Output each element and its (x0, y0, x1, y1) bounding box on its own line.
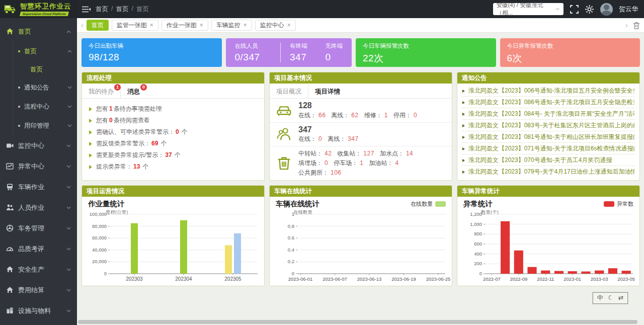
card-value: 6次 (507, 52, 633, 65)
cost-settlement-icon (6, 286, 14, 294)
breadcrumb-item[interactable]: 首页 (116, 5, 128, 14)
fullscreen-icon[interactable] (570, 5, 579, 14)
sidebar-item-1[interactable]: 监控中心 (0, 135, 77, 156)
notice-item-text: 淮北同盈文【2023】006号通知-淮北项目五月安全例会暨安全生产月启动会… (468, 87, 634, 95)
tabs-scroll-left-icon[interactable]: ‹ (81, 22, 84, 29)
sidebar-item-3[interactable]: 车辆作业 (0, 177, 77, 197)
process-item[interactable]: 需确认、可申述类异常警示：0 个 (89, 126, 257, 138)
badge: 0 (140, 84, 147, 91)
process-tab-1[interactable]: 消息0 (121, 85, 146, 98)
gear-icon[interactable] (585, 5, 594, 14)
tabs-scroll-right-icon[interactable]: › (625, 22, 628, 29)
svg-text:202304: 202304 (175, 276, 192, 282)
process-item[interactable]: 提示类异常：13 个 (89, 161, 257, 173)
tab-4[interactable]: 监控中心× (255, 20, 296, 31)
chevron-down-icon (66, 268, 71, 271)
tab-1[interactable]: 监管一张图× (112, 20, 158, 31)
process-item[interactable]: 您有0条待阅需查看 (89, 115, 257, 126)
notice-item[interactable]: 淮北同盈文【2023】006号通知-淮北项目五月安全例会暨安全生产月启动会… (462, 85, 634, 97)
process-item[interactable]: 需更新类异常提示/警示：37 个 (89, 149, 257, 161)
brand-subtitle: Supervision Cloud Platform (20, 12, 69, 16)
project-row-value: 128 (298, 101, 423, 110)
card-label: 在线人员 (235, 42, 272, 50)
scrollbar-thumb[interactable] (78, 320, 637, 324)
ime-button-2[interactable]: ⇄ (618, 294, 623, 302)
sidebar-leaf-item[interactable]: 首页 (13, 61, 77, 78)
triangle-bullet-icon (462, 147, 465, 150)
sidebar-item-0[interactable]: 首页 (0, 21, 77, 42)
notice-item[interactable]: 淮北同盈文【2023】084号- 关于淮北项目开展“安全生产月”活动的通知 (462, 108, 634, 120)
notice-item[interactable]: 淮北同盈文【2023】079号-关于4月17日油价上涨通知后加油情况通报 (462, 166, 634, 177)
notice-item[interactable]: 淮北同盈文【2023】086号通知-关于淮北项目五月安全隐患检查情况通告 (462, 97, 634, 108)
notice-item-text: 淮北同盈文【2023】083号-关于杜集区东片区主管酒后上岗的处罚通告 (468, 121, 634, 130)
notice-item[interactable]: 淮北同盈文【2023】070号通知-关于员工4月奖罚通报 (462, 154, 634, 166)
process-item[interactable]: 您有1条待办事项需处理 (89, 103, 257, 115)
svg-text:2023-06-25: 2023-06-25 (426, 276, 451, 282)
breadcrumb-item[interactable]: 首页 (96, 5, 108, 14)
tab-close-icon[interactable]: × (150, 22, 153, 29)
tab-0[interactable]: 首页 (87, 20, 109, 31)
legend-label: 异常数 (617, 200, 633, 208)
notice-item[interactable]: 淮北同盈文【2023】071号通知-关于淮北项目6s检查情况通报(2)(2) (462, 143, 634, 154)
notice-item[interactable]: 淮北同盈文【2023】083号-关于杜集区东片区主管酒后上岗的处罚通告 (462, 120, 634, 131)
vehicle-abnormal-chart-header: 异常统计 异常数 (457, 197, 639, 209)
sidebar-item-8[interactable]: 费用结算 (0, 280, 77, 300)
operation-chart-title: 作业量统计 (88, 199, 125, 209)
close-all-tabs-trash-icon[interactable] (633, 22, 640, 29)
triangle-bullet-icon (89, 107, 92, 111)
sidebar-item-4[interactable]: 人员作业 (0, 197, 77, 218)
sidebar-item-9[interactable]: 设施与物料 (0, 300, 77, 321)
sidebar-item-6[interactable]: 品质考评 (0, 238, 77, 259)
tab-3[interactable]: 车辆监控× (211, 20, 252, 31)
operation-chart-panel-title: 项目运营情况 (82, 186, 264, 197)
ime-button-0[interactable]: 中 (597, 294, 604, 302)
chevron-down-icon (66, 165, 71, 168)
sidebar-subitem-0[interactable]: 首页 (13, 42, 77, 61)
user-avatar[interactable] (600, 3, 613, 16)
workload-bar-chart: 里程(公里)020,00040,00060,00080,000100,00020… (82, 209, 264, 286)
sidebar-subitem-2[interactable]: 流程中心 (13, 97, 77, 116)
triangle-bullet-icon (89, 119, 92, 123)
chevron-up-icon (67, 50, 72, 53)
sidebar-subitem-3[interactable]: 用印管理 (13, 116, 77, 135)
sidebar-item-7[interactable]: 安全生产 (0, 259, 77, 280)
truck-logo-icon (3, 2, 18, 17)
tab-close-icon[interactable]: × (244, 22, 247, 29)
facility-material-icon (6, 307, 14, 314)
breadcrumb-item[interactable]: 首页 (136, 5, 149, 14)
region-select[interactable]: 安徽(4) / 安徽淮北（相... (493, 3, 564, 15)
dashboard-content: 今日出勤车辆98/128在线人员0/347有终端347无终端0今日车辆报警次数2… (77, 33, 644, 325)
process-item-text: 您有0条待阅需查看 (96, 116, 150, 125)
bullet-icon (18, 50, 20, 52)
project-tab-1[interactable]: 项目详情 (308, 85, 347, 98)
home-icon (6, 28, 14, 35)
sidebar-item-2[interactable]: 异常中心 (0, 156, 77, 177)
svg-text:202303: 202303 (126, 276, 143, 282)
chevron-down-icon (66, 227, 71, 230)
svg-text:2022-11: 2022-11 (537, 276, 554, 282)
process-item[interactable]: 需反馈类异常警示：69 个 (89, 138, 257, 149)
vehicle-abnormal-panel-title: 车辆异常统计 (457, 186, 639, 197)
svg-text:80,000: 80,000 (92, 223, 107, 229)
process-tab-0[interactable]: 我的待办1 (82, 85, 121, 98)
stat-cards-row: 今日出勤车辆98/128在线人员0/347有终端347无终端0今日车辆报警次数2… (82, 38, 640, 67)
tab-2[interactable]: 作业一张图× (162, 20, 208, 31)
project-row: 347在线：0离线：347 (270, 123, 452, 147)
tab-close-icon[interactable]: × (200, 22, 203, 29)
sidebar-subitem-1[interactable]: 通知公告 (13, 78, 77, 97)
svg-text:0.4: 0.4 (288, 247, 294, 253)
process-item-text: 需反馈类异常警示：69 个 (96, 139, 167, 148)
svg-text:0: 0 (292, 271, 294, 276)
collapse-sidebar-icon[interactable] (82, 6, 91, 13)
sidebar-item-label: 首页 (18, 27, 31, 36)
sidebar-item-5[interactable]: 车务管理 (0, 218, 77, 238)
project-tab-0[interactable]: 项目概况 (270, 85, 308, 98)
sidebar-item-label: 设施与物料 (18, 306, 51, 315)
brand-title: 智慧环卫作业云 (20, 2, 71, 11)
ime-button-1[interactable]: ☾ (608, 294, 613, 302)
notice-item[interactable]: 淮北同盈文【2023】081号通知-关于相山区班长加班重复提报的通报 (462, 131, 634, 143)
sidebar-subitem-label: 流程中心 (24, 103, 49, 111)
tab-close-icon[interactable]: × (287, 22, 291, 29)
attendance-card: 今日出勤车辆98/128 (82, 38, 222, 67)
vehicle-admin-icon (6, 224, 14, 232)
